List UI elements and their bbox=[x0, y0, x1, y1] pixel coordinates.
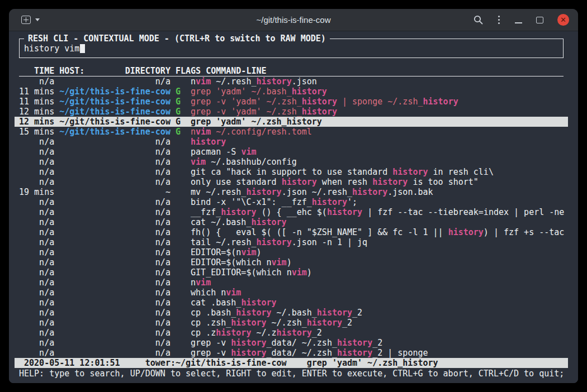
host-directory-cell: n/a bbox=[59, 137, 176, 147]
host-directory-cell: n/a bbox=[59, 157, 176, 167]
history-row[interactable]: n/a n/a grep -v history_data/ ~/.zsh_his… bbox=[19, 338, 564, 348]
plus-icon bbox=[23, 20, 29, 21]
history-row[interactable]: n/a n/a only use standard history when r… bbox=[19, 177, 564, 187]
history-header: TIME HOST: DIRECTORY FLAGS COMMAND-LINE bbox=[19, 66, 564, 77]
flags-cell bbox=[176, 157, 191, 167]
history-row[interactable]: 12 mins ~/git/this-is-fine-cow G grep -v… bbox=[19, 107, 564, 117]
terminal[interactable]: RESH CLI - CONTEXTUAL MODE - (CTRL+R to … bbox=[9, 31, 578, 383]
history-row[interactable]: n/a n/a nvim ~/.resh_history.json bbox=[19, 77, 564, 87]
history-row[interactable]: n/a n/a EDITOR=$(nvim) bbox=[19, 247, 564, 257]
history-row[interactable]: n/a n/a cp .zhistory ~/.zhistory_2 bbox=[19, 328, 564, 338]
flags-cell bbox=[176, 177, 191, 187]
time-cell: 11 mins bbox=[19, 97, 59, 107]
titlebar[interactable]: ~/git/this-is-fine-cow bbox=[9, 9, 578, 31]
history-row[interactable]: n/a n/a tail ~/.resh_history.json -n 1 |… bbox=[19, 237, 564, 247]
history-row[interactable]: n/a n/a cat .bash_history bbox=[19, 298, 564, 308]
command-cell: which nvim bbox=[191, 288, 241, 298]
menu-button[interactable] bbox=[497, 15, 501, 26]
host-directory-cell: ~ bbox=[59, 187, 176, 197]
kebab-icon bbox=[498, 19, 500, 21]
kebab-icon bbox=[498, 22, 500, 25]
restore-button[interactable] bbox=[536, 17, 543, 23]
time-cell: n/a bbox=[19, 257, 59, 267]
command-cell: EDITOR=$(nvim) bbox=[191, 247, 261, 257]
time-cell: n/a bbox=[19, 308, 59, 318]
history-row[interactable]: 15 mins ~/git/this-is-fine-cow G nvim ~/… bbox=[19, 127, 564, 137]
host-directory-cell: n/a bbox=[59, 338, 176, 348]
command-cell: tail ~/.resh_history.json -n 1 | jq bbox=[191, 237, 367, 247]
text-cursor bbox=[80, 44, 85, 53]
time-cell: n/a bbox=[19, 167, 59, 177]
search-query-text: history vim bbox=[24, 44, 79, 54]
search-icon bbox=[474, 15, 483, 25]
flags-cell bbox=[176, 137, 191, 147]
host-directory-cell: n/a bbox=[59, 308, 176, 318]
time-cell: n/a bbox=[19, 157, 59, 167]
history-row[interactable]: 19 mins ~ mv ~/.resh_history.json ~/.res… bbox=[19, 187, 564, 197]
flags-cell bbox=[176, 187, 191, 197]
command-cell: pacman -S vim bbox=[191, 147, 256, 157]
history-row[interactable]: n/a n/a cat ~/.bash_history bbox=[19, 217, 564, 227]
command-cell: cp .zhistory ~/.zhistory_2 bbox=[191, 328, 322, 338]
flags-cell bbox=[176, 288, 191, 298]
host-directory-cell: ~/git/this-is-fine-cow bbox=[59, 97, 176, 107]
command-cell: only use standard history when resh hist… bbox=[191, 177, 479, 187]
close-button[interactable]: ✕ bbox=[557, 14, 569, 26]
chevron-down-icon[interactable] bbox=[35, 18, 40, 21]
history-row[interactable]: n/a n/a history bbox=[19, 137, 564, 147]
time-cell: 12 mins bbox=[19, 117, 59, 127]
host-directory-cell: n/a bbox=[59, 298, 176, 308]
titlebar-left-controls bbox=[21, 16, 40, 24]
minimize-button[interactable] bbox=[515, 15, 522, 25]
history-row[interactable]: 11 mins ~/git/this-is-fine-cow G grep 'y… bbox=[19, 87, 564, 97]
time-cell: n/a bbox=[19, 177, 59, 187]
history-row[interactable]: n/a n/a which nvim bbox=[19, 288, 564, 298]
time-cell: n/a bbox=[19, 197, 59, 207]
command-cell: grep 'yadm' ~/.zsh_history bbox=[191, 117, 322, 127]
flags-cell bbox=[176, 147, 191, 157]
command-cell: grep -v 'yadm' ~/.zsh_history | sponge ~… bbox=[191, 97, 458, 107]
flags-cell bbox=[176, 197, 191, 207]
host-directory-cell: n/a bbox=[59, 237, 176, 247]
search-button[interactable] bbox=[474, 15, 483, 25]
history-row[interactable]: n/a n/a cp .bash_history ~/.bash_history… bbox=[19, 308, 564, 318]
command-cell: mv ~/.resh_history.json ~/.resh_history.… bbox=[191, 187, 433, 197]
command-cell: vim ~/.bashhub/config bbox=[191, 157, 297, 167]
search-input[interactable]: history vim bbox=[24, 44, 558, 54]
command-cell: grep -v 'yadm' ~/.zsh_history bbox=[191, 107, 337, 117]
history-row[interactable]: n/a n/a EDITOR=$(which nvim) bbox=[19, 257, 564, 267]
time-cell: n/a bbox=[19, 207, 59, 217]
time-cell: n/a bbox=[19, 318, 59, 328]
host-directory-cell: n/a bbox=[59, 267, 176, 278]
history-row[interactable]: n/a n/a fh() { eval $( ([ -n "$ZSH_NAME"… bbox=[19, 227, 564, 237]
help-text: HELP: type to search, UP/DOWN to select,… bbox=[19, 369, 564, 379]
history-row[interactable]: 12 mins ~/git/this-is-fine-cow G grep 'y… bbox=[15, 117, 568, 127]
host-directory-cell: n/a bbox=[59, 278, 176, 288]
command-cell: history bbox=[191, 137, 226, 147]
history-row[interactable]: n/a n/a bind -x '"\C-x1": __fzf_history'… bbox=[19, 197, 564, 207]
time-cell: n/a bbox=[19, 217, 59, 227]
command-cell: nvim bbox=[191, 278, 211, 288]
host-directory-cell: n/a bbox=[59, 147, 176, 157]
history-row[interactable]: 11 mins ~/git/this-is-fine-cow G grep -v… bbox=[19, 97, 564, 107]
time-cell: n/a bbox=[19, 247, 59, 257]
time-cell: n/a bbox=[19, 77, 59, 87]
history-row[interactable]: n/a n/a nvim bbox=[19, 278, 564, 288]
history-row[interactable]: n/a n/a pacman -S vim bbox=[19, 147, 564, 157]
host-directory-cell: ~/git/this-is-fine-cow bbox=[59, 127, 176, 137]
host-directory-cell: n/a bbox=[59, 177, 176, 187]
history-row[interactable]: n/a n/a grep -v history_data/ ~/.zsh_his… bbox=[19, 348, 564, 358]
history-row[interactable]: n/a n/a GIT_EDITOR=$(which nvim) bbox=[19, 267, 564, 278]
history-row[interactable]: n/a n/a vim ~/.bashhub/config bbox=[19, 157, 564, 167]
history-row[interactable]: n/a n/a git ca "hack in support to use s… bbox=[19, 167, 564, 177]
host-directory-cell: n/a bbox=[59, 167, 176, 177]
history-row[interactable]: n/a n/a cp .zsh_history ~/.zsh_history_2 bbox=[19, 318, 564, 328]
flags-cell bbox=[176, 257, 191, 267]
history-row[interactable]: n/a n/a __fzf_history () { __ehc $(histo… bbox=[19, 207, 564, 217]
flags-cell bbox=[176, 278, 191, 288]
flags-cell bbox=[176, 267, 191, 278]
host-directory-cell: n/a bbox=[59, 227, 176, 237]
flags-cell bbox=[176, 237, 191, 247]
new-tab-button[interactable] bbox=[21, 16, 31, 24]
time-cell: n/a bbox=[19, 328, 59, 338]
